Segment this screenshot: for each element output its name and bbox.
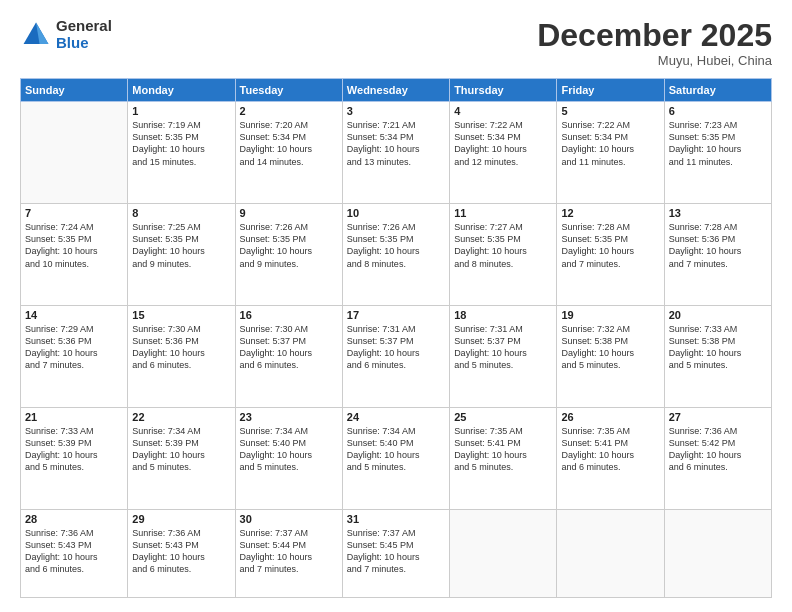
day-number: 28 [25,513,123,525]
table-row: 19Sunrise: 7:32 AM Sunset: 5:38 PM Dayli… [557,306,664,408]
logo-text: General Blue [56,18,112,51]
day-info: Sunrise: 7:19 AM Sunset: 5:35 PM Dayligh… [132,119,230,168]
table-row: 9Sunrise: 7:26 AM Sunset: 5:35 PM Daylig… [235,204,342,306]
day-number: 27 [669,411,767,423]
header-wednesday: Wednesday [342,79,449,102]
day-number: 13 [669,207,767,219]
day-number: 26 [561,411,659,423]
day-info: Sunrise: 7:26 AM Sunset: 5:35 PM Dayligh… [240,221,338,270]
table-row: 1Sunrise: 7:19 AM Sunset: 5:35 PM Daylig… [128,102,235,204]
table-row: 29Sunrise: 7:36 AM Sunset: 5:43 PM Dayli… [128,509,235,597]
table-row: 14Sunrise: 7:29 AM Sunset: 5:36 PM Dayli… [21,306,128,408]
calendar-table: Sunday Monday Tuesday Wednesday Thursday… [20,78,772,598]
day-info: Sunrise: 7:28 AM Sunset: 5:36 PM Dayligh… [669,221,767,270]
table-row: 31Sunrise: 7:37 AM Sunset: 5:45 PM Dayli… [342,509,449,597]
day-number: 8 [132,207,230,219]
day-info: Sunrise: 7:35 AM Sunset: 5:41 PM Dayligh… [561,425,659,474]
day-number: 2 [240,105,338,117]
day-number: 15 [132,309,230,321]
day-number: 10 [347,207,445,219]
day-info: Sunrise: 7:21 AM Sunset: 5:34 PM Dayligh… [347,119,445,168]
header-tuesday: Tuesday [235,79,342,102]
table-row: 11Sunrise: 7:27 AM Sunset: 5:35 PM Dayli… [450,204,557,306]
day-number: 21 [25,411,123,423]
day-number: 23 [240,411,338,423]
logo: General Blue [20,18,112,51]
table-row: 30Sunrise: 7:37 AM Sunset: 5:44 PM Dayli… [235,509,342,597]
logo-icon [20,19,52,51]
day-info: Sunrise: 7:36 AM Sunset: 5:43 PM Dayligh… [25,527,123,576]
day-info: Sunrise: 7:27 AM Sunset: 5:35 PM Dayligh… [454,221,552,270]
day-info: Sunrise: 7:20 AM Sunset: 5:34 PM Dayligh… [240,119,338,168]
day-info: Sunrise: 7:34 AM Sunset: 5:40 PM Dayligh… [240,425,338,474]
day-number: 1 [132,105,230,117]
header-thursday: Thursday [450,79,557,102]
month-title: December 2025 [537,18,772,53]
table-row: 6Sunrise: 7:23 AM Sunset: 5:35 PM Daylig… [664,102,771,204]
table-row: 26Sunrise: 7:35 AM Sunset: 5:41 PM Dayli… [557,408,664,510]
day-info: Sunrise: 7:37 AM Sunset: 5:45 PM Dayligh… [347,527,445,576]
table-row: 15Sunrise: 7:30 AM Sunset: 5:36 PM Dayli… [128,306,235,408]
table-row: 7Sunrise: 7:24 AM Sunset: 5:35 PM Daylig… [21,204,128,306]
day-info: Sunrise: 7:26 AM Sunset: 5:35 PM Dayligh… [347,221,445,270]
day-info: Sunrise: 7:29 AM Sunset: 5:36 PM Dayligh… [25,323,123,372]
day-number: 19 [561,309,659,321]
day-info: Sunrise: 7:36 AM Sunset: 5:43 PM Dayligh… [132,527,230,576]
day-info: Sunrise: 7:33 AM Sunset: 5:38 PM Dayligh… [669,323,767,372]
day-number: 20 [669,309,767,321]
day-info: Sunrise: 7:37 AM Sunset: 5:44 PM Dayligh… [240,527,338,576]
day-info: Sunrise: 7:30 AM Sunset: 5:36 PM Dayligh… [132,323,230,372]
day-info: Sunrise: 7:34 AM Sunset: 5:39 PM Dayligh… [132,425,230,474]
header-saturday: Saturday [664,79,771,102]
table-row: 13Sunrise: 7:28 AM Sunset: 5:36 PM Dayli… [664,204,771,306]
day-number: 7 [25,207,123,219]
day-number: 24 [347,411,445,423]
day-number: 4 [454,105,552,117]
calendar-header-row: Sunday Monday Tuesday Wednesday Thursday… [21,79,772,102]
table-row: 2Sunrise: 7:20 AM Sunset: 5:34 PM Daylig… [235,102,342,204]
day-info: Sunrise: 7:31 AM Sunset: 5:37 PM Dayligh… [454,323,552,372]
table-row: 21Sunrise: 7:33 AM Sunset: 5:39 PM Dayli… [21,408,128,510]
table-row: 10Sunrise: 7:26 AM Sunset: 5:35 PM Dayli… [342,204,449,306]
day-number: 25 [454,411,552,423]
day-info: Sunrise: 7:34 AM Sunset: 5:40 PM Dayligh… [347,425,445,474]
table-row: 25Sunrise: 7:35 AM Sunset: 5:41 PM Dayli… [450,408,557,510]
logo-general-text: General [56,18,112,35]
day-number: 31 [347,513,445,525]
day-info: Sunrise: 7:33 AM Sunset: 5:39 PM Dayligh… [25,425,123,474]
table-row: 28Sunrise: 7:36 AM Sunset: 5:43 PM Dayli… [21,509,128,597]
day-number: 5 [561,105,659,117]
day-number: 11 [454,207,552,219]
table-row: 22Sunrise: 7:34 AM Sunset: 5:39 PM Dayli… [128,408,235,510]
table-row: 20Sunrise: 7:33 AM Sunset: 5:38 PM Dayli… [664,306,771,408]
day-number: 18 [454,309,552,321]
day-number: 16 [240,309,338,321]
table-row [450,509,557,597]
header-friday: Friday [557,79,664,102]
table-row: 5Sunrise: 7:22 AM Sunset: 5:34 PM Daylig… [557,102,664,204]
day-info: Sunrise: 7:35 AM Sunset: 5:41 PM Dayligh… [454,425,552,474]
day-info: Sunrise: 7:24 AM Sunset: 5:35 PM Dayligh… [25,221,123,270]
table-row: 18Sunrise: 7:31 AM Sunset: 5:37 PM Dayli… [450,306,557,408]
table-row [21,102,128,204]
table-row: 27Sunrise: 7:36 AM Sunset: 5:42 PM Dayli… [664,408,771,510]
table-row [557,509,664,597]
day-info: Sunrise: 7:23 AM Sunset: 5:35 PM Dayligh… [669,119,767,168]
day-info: Sunrise: 7:36 AM Sunset: 5:42 PM Dayligh… [669,425,767,474]
logo-blue-text: Blue [56,35,112,52]
day-number: 3 [347,105,445,117]
day-number: 29 [132,513,230,525]
day-info: Sunrise: 7:32 AM Sunset: 5:38 PM Dayligh… [561,323,659,372]
day-number: 6 [669,105,767,117]
header-sunday: Sunday [21,79,128,102]
table-row: 12Sunrise: 7:28 AM Sunset: 5:35 PM Dayli… [557,204,664,306]
day-info: Sunrise: 7:28 AM Sunset: 5:35 PM Dayligh… [561,221,659,270]
day-info: Sunrise: 7:22 AM Sunset: 5:34 PM Dayligh… [454,119,552,168]
day-info: Sunrise: 7:30 AM Sunset: 5:37 PM Dayligh… [240,323,338,372]
table-row: 24Sunrise: 7:34 AM Sunset: 5:40 PM Dayli… [342,408,449,510]
header: General Blue December 2025 Muyu, Hubei, … [20,18,772,68]
day-number: 9 [240,207,338,219]
title-block: December 2025 Muyu, Hubei, China [537,18,772,68]
day-info: Sunrise: 7:25 AM Sunset: 5:35 PM Dayligh… [132,221,230,270]
day-number: 30 [240,513,338,525]
